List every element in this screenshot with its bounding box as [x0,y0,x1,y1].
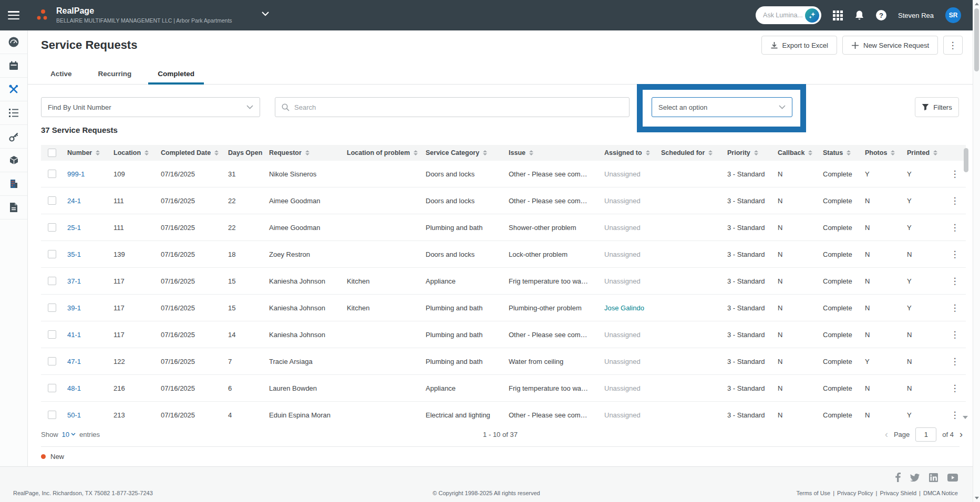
scrollbar-thumb[interactable] [974,8,979,71]
column-header-scheduled-for[interactable]: Scheduled for [657,149,723,156]
row-checkbox[interactable] [48,196,56,205]
footer-link-privacy-policy[interactable]: Privacy Policy [837,490,873,496]
column-header-callback[interactable]: Callback [773,149,819,156]
cell-number[interactable]: 37-1 [63,277,109,285]
table-scrollbar-thumb[interactable] [964,148,968,172]
cell-status: Complete [819,170,861,178]
cell-number[interactable]: 35-1 [63,250,109,258]
cell-service-category: Doors and locks [421,197,504,205]
column-header-priority[interactable]: Priority [723,149,773,156]
sidebar-item-service-requests[interactable] [0,78,27,101]
row-checkbox[interactable] [48,411,56,419]
cell-number[interactable]: 25-1 [63,224,109,232]
sidebar-item-documents[interactable] [0,196,27,219]
row-kebab-menu[interactable]: ⋮ [944,249,966,260]
export-to-excel-button[interactable]: Export to Excel [761,36,837,55]
column-header-service-category[interactable]: Service Category [421,149,504,156]
column-header-location-of-problem[interactable]: Location of problem [343,149,421,156]
cell-number[interactable]: 999-1 [63,170,109,178]
linkedin-icon[interactable] [929,473,938,482]
row-checkbox[interactable] [48,384,56,392]
column-header-requestor[interactable]: Requestor [265,149,343,156]
sidebar-item-checklist[interactable] [0,101,27,125]
cell-assigned-to[interactable]: Jose Galindo [600,304,657,312]
find-by-dropdown[interactable]: Find By Unit Number [41,97,260,117]
scrollbar-down-arrow[interactable] [975,497,979,499]
row-kebab-menu[interactable]: ⋮ [944,329,966,340]
footer-link-dmca-notice[interactable]: DMCA Notice [923,490,958,496]
column-header-completed-date[interactable]: Completed Date [157,149,224,156]
sidebar-item-property[interactable] [0,172,27,196]
row-kebab-menu[interactable]: ⋮ [944,356,966,367]
row-kebab-menu[interactable]: ⋮ [944,383,966,394]
tab-completed[interactable]: Completed [148,63,204,84]
notifications-bell-icon[interactable] [854,10,864,21]
tab-active[interactable]: Active [41,63,81,84]
table-scrollbar-down-arrow[interactable] [963,416,968,419]
more-options-kebab-button[interactable]: ⋮ [943,36,963,55]
row-checkbox[interactable] [48,170,56,178]
sidebar-item-calendar[interactable] [0,54,27,78]
select-all-checkbox[interactable] [48,149,56,157]
main-content: Service Requests Export to Excel New Ser… [28,30,973,466]
cell-assigned-to: Unassigned [600,250,657,258]
sidebar-item-keys[interactable] [0,125,27,149]
property-switcher-chevron-icon[interactable] [262,12,269,16]
cell-number[interactable]: 48-1 [63,384,109,392]
sidebar-item-dashboard[interactable] [0,30,27,54]
help-icon[interactable]: ? [876,10,886,20]
row-kebab-menu[interactable]: ⋮ [944,276,966,287]
youtube-icon[interactable] [947,474,958,482]
page-size-dropdown[interactable]: 10 [62,431,76,438]
row-checkbox[interactable] [48,330,56,339]
cell-number[interactable]: 24-1 [63,197,109,205]
row-checkbox[interactable] [48,304,56,312]
cell-number[interactable]: 39-1 [63,304,109,312]
column-header-issue[interactable]: Issue [504,149,600,156]
sort-icon [933,150,937,155]
previous-page-chevron[interactable]: ‹ [885,429,888,440]
page-scrollbar[interactable] [973,0,980,502]
cell-number[interactable]: 50-1 [63,411,109,419]
column-header-status[interactable]: Status [819,149,861,156]
row-kebab-menu[interactable]: ⋮ [944,302,966,313]
cell-number[interactable]: 47-1 [63,358,109,365]
footer-link-terms-of-use[interactable]: Terms of Use [796,490,830,496]
new-service-request-button[interactable]: New Service Request [842,36,938,55]
column-header-photos[interactable]: Photos [861,149,903,156]
cell-assigned-to: Unassigned [600,411,657,419]
row-checkbox[interactable] [48,250,56,258]
column-header-assigned-to[interactable]: Assigned to [600,149,657,156]
footer-link-privacy-shield[interactable]: Privacy Shield [880,490,916,496]
ask-lumina-input[interactable] [763,12,804,19]
column-header-printed[interactable]: Printed [903,149,944,156]
table-row: 47-112207/16/20257Tracie ArsiagaPlumbing… [41,348,966,375]
column-header-number[interactable]: Number [63,149,109,156]
row-kebab-menu[interactable]: ⋮ [944,222,966,233]
filters-button[interactable]: Filters [915,97,959,117]
sidebar-item-inventory[interactable] [0,149,27,172]
scrollbar-up-arrow[interactable] [975,3,979,5]
user-avatar[interactable]: SR [945,7,961,23]
column-header-location[interactable]: Location [109,149,157,156]
apps-grid-icon[interactable] [833,11,843,20]
lumina-sparkle-icon[interactable] [805,8,819,23]
cell-days-open: 14 [224,331,265,339]
hamburger-menu-icon[interactable] [8,11,19,19]
row-checkbox[interactable] [48,223,56,232]
tab-recurring[interactable]: Recurring [89,63,141,84]
ask-lumina-search[interactable] [756,6,821,24]
facebook-icon[interactable] [895,473,901,482]
row-checkbox[interactable] [48,277,56,285]
search-input[interactable] [294,103,623,111]
twitter-icon[interactable] [910,474,920,482]
select-an-option-dropdown[interactable]: Select an option [652,97,792,117]
row-kebab-menu[interactable]: ⋮ [944,169,966,180]
page-number-input[interactable] [915,427,936,442]
page-footer: RealPage, Inc. Richardson, TX 75082 1-87… [0,466,973,502]
next-page-chevron[interactable]: › [960,429,963,440]
column-header-days-open[interactable]: Days Open [224,149,265,156]
cell-number[interactable]: 41-1 [63,331,109,339]
row-checkbox[interactable] [48,357,56,365]
row-kebab-menu[interactable]: ⋮ [944,195,966,206]
